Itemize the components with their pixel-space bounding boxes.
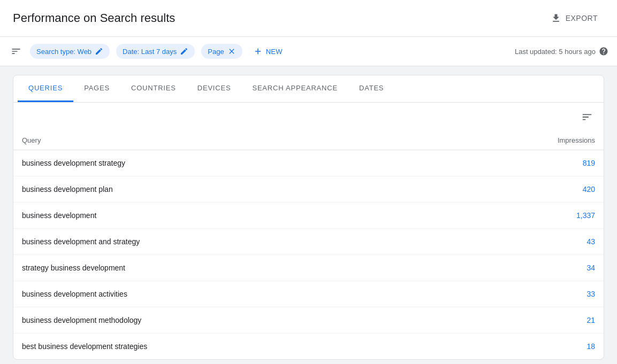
toolbar: Search type: Web Date: Last 7 days Page … xyxy=(0,37,617,66)
tab-devices[interactable]: DEVICES xyxy=(187,75,242,102)
tab-search-appearance[interactable]: SEARCH APPEARANCE xyxy=(241,75,348,102)
impressions-cell: 33 xyxy=(440,281,604,307)
table-row[interactable]: business development methodology21 xyxy=(13,307,604,334)
sort-icon xyxy=(581,111,593,123)
edit-icon-date xyxy=(180,47,188,56)
impressions-cell: 34 xyxy=(440,255,604,281)
tab-pages[interactable]: PAGES xyxy=(73,75,120,102)
header: Performance on Search results EXPORT xyxy=(0,0,617,37)
impressions-cell: 1,337 xyxy=(440,203,604,229)
query-cell: business development xyxy=(13,203,440,229)
help-icon[interactable] xyxy=(599,47,608,56)
main-content: QUERIES PAGES COUNTRIES DEVICES SEARCH A… xyxy=(0,66,617,364)
sort-button[interactable] xyxy=(579,109,595,127)
page-filter-chip[interactable]: Page xyxy=(201,44,242,59)
tab-countries[interactable]: COUNTRIES xyxy=(120,75,187,102)
impressions-cell: 21 xyxy=(440,307,604,334)
add-icon xyxy=(253,47,263,56)
date-filter-chip[interactable]: Date: Last 7 days xyxy=(116,44,195,59)
close-icon[interactable] xyxy=(227,47,236,56)
table-row[interactable]: business development activities33 xyxy=(13,281,604,307)
query-cell: business development activities xyxy=(13,281,440,307)
impressions-cell: 18 xyxy=(440,334,604,360)
edit-icon xyxy=(95,47,103,56)
last-updated: Last updated: 5 hours ago xyxy=(515,47,608,56)
tabs-container: QUERIES PAGES COUNTRIES DEVICES SEARCH A… xyxy=(13,75,604,103)
query-cell: strategy business development xyxy=(13,255,440,281)
table-row[interactable]: business development plan420 xyxy=(13,176,604,203)
results-card: QUERIES PAGES COUNTRIES DEVICES SEARCH A… xyxy=(13,75,604,360)
export-icon xyxy=(551,13,561,24)
filter-icon xyxy=(11,46,21,57)
filter-menu-button[interactable] xyxy=(9,44,24,59)
query-cell: business development strategy xyxy=(13,150,440,176)
query-cell: business development and strategy xyxy=(13,229,440,255)
table-row[interactable]: business development and strategy43 xyxy=(13,229,604,255)
search-type-filter-chip[interactable]: Search type: Web xyxy=(30,44,110,59)
table-row[interactable]: business development strategy819 xyxy=(13,150,604,176)
query-cell: business development methodology xyxy=(13,307,440,334)
query-cell: best business development strategies xyxy=(13,334,440,360)
tab-queries[interactable]: QUERIES xyxy=(18,75,73,102)
page-title: Performance on Search results xyxy=(13,11,175,25)
table-row[interactable]: strategy business development34 xyxy=(13,255,604,281)
impressions-cell: 819 xyxy=(440,150,604,176)
impressions-cell: 420 xyxy=(440,176,604,203)
impressions-cell: 43 xyxy=(440,229,604,255)
table-toolbar xyxy=(13,103,604,131)
tab-dates[interactable]: DATES xyxy=(348,75,394,102)
query-cell: business development plan xyxy=(13,176,440,203)
column-header-impressions: Impressions xyxy=(440,131,604,150)
column-header-query: Query xyxy=(13,131,440,150)
table-row[interactable]: business development1,337 xyxy=(13,203,604,229)
export-button[interactable]: EXPORT xyxy=(544,9,604,28)
table-row[interactable]: best business development strategies18 xyxy=(13,334,604,360)
queries-table: Query Impressions business development s… xyxy=(13,131,604,359)
new-filter-button[interactable]: NEW xyxy=(249,43,287,59)
